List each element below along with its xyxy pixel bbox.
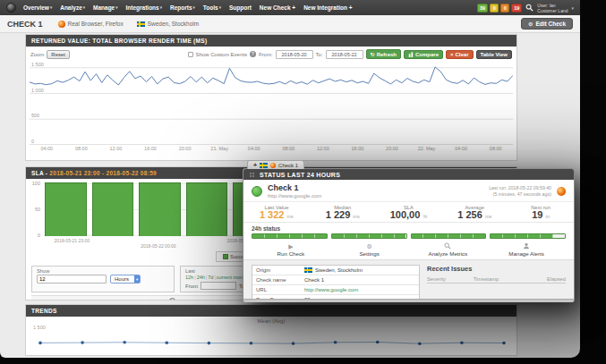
status-segment [252, 234, 265, 238]
to-label: To: [316, 52, 323, 57]
compare-button[interactable]: Compare [404, 50, 443, 59]
search-icon[interactable] [525, 4, 533, 12]
popup-bottom: OriginSweden, StockholmCheck nameCheck 1… [243, 259, 574, 299]
alert-count-badge-2[interactable]: 0 [500, 4, 509, 13]
to-date-input[interactable] [326, 50, 363, 59]
action-manage-alerts[interactable]: Manage Alerts [487, 242, 566, 257]
detail-label: Runs Every [252, 295, 301, 299]
status-segment [395, 234, 406, 238]
sla-bar-3[interactable] [186, 182, 228, 236]
quick-link-24h[interactable]: 24h [197, 275, 205, 280]
status-segment [516, 234, 528, 238]
unit-select[interactable]: Hours ▾ [110, 275, 141, 284]
sla-bar-2[interactable] [139, 182, 181, 236]
status-segment [332, 234, 345, 238]
menu-item-tools[interactable]: Tools▾ [203, 4, 221, 11]
window-grip-icon [250, 173, 254, 177]
quick-link-12h[interactable]: 12h [185, 275, 193, 280]
issues-column-severity: Severity [427, 276, 474, 282]
menu-item-new-check[interactable]: New Check + [260, 4, 295, 11]
help-icon[interactable]: ? [250, 51, 256, 57]
user-menu[interactable]: User: Ian Customer Land [537, 3, 568, 13]
show-count-input[interactable] [37, 275, 107, 284]
chevron-down-icon: ▾ [50, 5, 52, 10]
zoom-label: Zoom [30, 52, 44, 57]
render-time-chart[interactable]: 1 5001 000500004:0008:0012:0016:0020:002… [30, 63, 513, 156]
help-icon[interactable]: ? [169, 298, 175, 301]
sla-y-tick: 100 [31, 181, 40, 186]
plus-icon: + [253, 162, 257, 168]
show-custom-events-checkbox[interactable] [188, 52, 193, 57]
status-segment [345, 234, 357, 238]
stat-next-run: Next run19 m [508, 205, 574, 221]
reset-zoom-button[interactable]: Reset [47, 50, 70, 59]
y-axis-tick: 1 500 [31, 62, 44, 67]
status-segment [277, 234, 290, 238]
alert-count-badge-3[interactable]: 19 [511, 4, 522, 13]
menu-item-analyze[interactable]: Analyze▾ [60, 4, 85, 11]
menu-item-manage[interactable]: Manage▾ [93, 4, 117, 11]
menu-item-overview[interactable]: Overview▾ [23, 4, 52, 11]
action-label: Manage Alerts [508, 250, 544, 257]
detail-row-runs-every: Runs Every20 m [252, 295, 419, 299]
summary-header-cell: Avg. attempts [181, 299, 251, 301]
edit-check-button[interactable]: ⚙ Edit Check [521, 18, 573, 30]
chevron-down-icon[interactable]: ▾ [571, 5, 574, 11]
popup-titlebar[interactable]: STATUS LAST 24 HOURS [243, 169, 574, 180]
status-segment [436, 234, 448, 238]
status-segment [553, 234, 565, 238]
check-url[interactable]: http://www.google.com [268, 193, 321, 199]
detail-label: URL [252, 285, 301, 294]
chevron-down-icon: ▾ [160, 5, 162, 10]
panel-title-returned-value: Returned Value: Total Browser Render Tim… [26, 35, 516, 47]
status-popup-window[interactable]: + Check 1 STATUS LAST 24 HOURS Check 1 h… [243, 168, 575, 302]
last-run-info: Last run: 2018-05-22 09:59:40 (5 minutes… [489, 185, 551, 198]
action-settings[interactable]: ⚙Settings [330, 242, 409, 257]
panel-title-trends: Trends [26, 305, 516, 317]
location-label: Sweden, Stockholm [148, 21, 199, 27]
action-analyze-metrics[interactable]: Analyze Metrics [409, 242, 488, 257]
recent-issues-header: SeverityTimestampElapsed [427, 276, 566, 284]
menu-item-reports[interactable]: Reports▾ [170, 4, 195, 11]
recent-issues-title: Recent Issues [427, 265, 566, 273]
sla-bar-1[interactable] [92, 182, 134, 236]
stat-sla: SLA100,00 % [376, 205, 442, 221]
legend-swatch [223, 254, 228, 259]
firefox-icon [58, 21, 65, 28]
firefox-icon [557, 187, 566, 196]
chevron-down-icon: ▾ [193, 5, 195, 10]
alert-count-badge-0[interactable]: 39 [477, 4, 488, 13]
stat-value: 1 322 ms [243, 210, 310, 221]
status-segment [503, 234, 516, 238]
action-label: Settings [359, 250, 379, 257]
gear-icon: ⚙ [330, 242, 409, 250]
action-run-check[interactable]: ▶Run Check [252, 242, 330, 257]
clear-button[interactable]: × Clear [446, 50, 474, 59]
show-label: Show [37, 268, 169, 274]
alert-count-badge-1[interactable]: 0 [490, 4, 499, 13]
sla-bar-0[interactable] [45, 182, 87, 236]
detail-value[interactable]: http://www.google.com [301, 285, 419, 294]
range-from-input[interactable] [201, 282, 236, 290]
detail-value: 20 m [301, 295, 419, 299]
trends-chart[interactable]: 1 500 [31, 324, 511, 356]
menu-item-support[interactable]: Support [229, 4, 252, 11]
y-axis-tick: 1 000 [31, 88, 44, 93]
status-segment [461, 234, 474, 238]
refresh-icon: ↻ [371, 51, 375, 57]
refresh-button[interactable]: ↻ Refresh [366, 49, 401, 59]
stat-value-number: 1 322 [260, 209, 287, 220]
stat-value: 1 229 ms [310, 210, 376, 221]
popup-tab[interactable]: + Check 1 [247, 160, 304, 169]
status-segment [474, 234, 485, 238]
quick-link-7d[interactable]: 7d [208, 275, 213, 280]
table-view-button[interactable]: Table View [476, 50, 512, 59]
from-date-input[interactable] [276, 50, 313, 59]
sweden-flag-icon [260, 163, 268, 168]
app-logo-icon[interactable] [6, 3, 16, 13]
menu-item-new-integration[interactable]: New Integration + [303, 4, 352, 11]
menu-item-integrations[interactable]: Integrations▾ [126, 4, 162, 11]
show-custom-events-label: Show Custom Events [196, 52, 247, 57]
last-run-ago: (5 minutes, 47 seconds ago) [489, 191, 551, 198]
status-segment-group [252, 233, 328, 239]
